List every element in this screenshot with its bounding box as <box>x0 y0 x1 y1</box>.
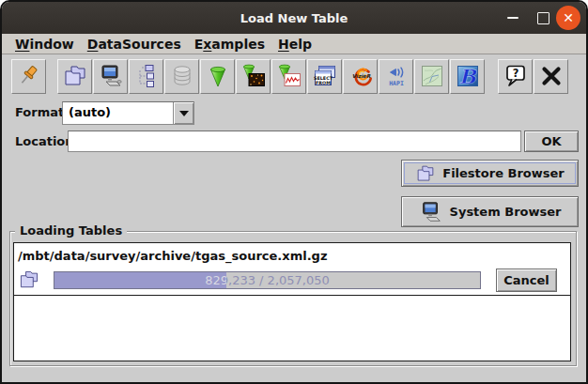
pin-icon <box>16 63 42 89</box>
filestore-browser-toolbar-button[interactable] <box>57 59 92 94</box>
database-toolbar-button[interactable] <box>164 59 199 94</box>
hapi-icon: HAPI <box>383 63 410 89</box>
basti-toolbar-button[interactable]: B <box>450 59 485 94</box>
main-panel: Format: (auto) Location: OK Filestore Br… <box>2 98 586 382</box>
pin-button[interactable] <box>11 59 46 94</box>
svg-text:?: ? <box>512 67 518 80</box>
help-icon: ? <box>503 63 529 89</box>
format-combobox[interactable]: (auto) <box>62 101 194 125</box>
sql-select-from-toolbar-button[interactable]: SELECT FROM <box>307 59 342 94</box>
cone-starfield-toolbar-button[interactable] <box>236 59 271 94</box>
vizier-icon: VizieR <box>348 63 374 89</box>
svg-text:HAPI: HAPI <box>389 80 404 87</box>
sql-select-from-icon: SELECT FROM <box>312 63 338 89</box>
window-title: Load New Table <box>240 11 348 25</box>
toolbar: SELECT FROM VizieR HAPI <box>2 54 586 98</box>
database-icon <box>169 63 195 89</box>
filestore-browser-label: Filestore Browser <box>442 166 564 180</box>
help-toolbar-button[interactable]: ? <box>498 59 533 94</box>
loading-entry: /mbt/data/survey/archive/tgas_source.xml… <box>14 243 570 296</box>
close-icon <box>538 63 565 89</box>
svg-text:B: B <box>458 65 477 88</box>
close-button[interactable]: ✕ <box>556 6 580 30</box>
load-new-table-window: Load New Table ✕ Window DataSources Exam… <box>0 0 588 384</box>
cancel-button[interactable]: Cancel <box>496 269 557 292</box>
cone-search-icon <box>205 63 231 89</box>
system-browser-icon <box>98 63 124 89</box>
menu-examples[interactable]: Examples <box>188 37 271 52</box>
ok-button[interactable]: OK <box>524 131 579 152</box>
progress-bar: 829,233 / 2,057,050 829,233 / 2,057,050 <box>54 271 481 289</box>
minimize-button[interactable] <box>507 2 520 34</box>
system-browser-button[interactable]: System Browser <box>401 196 579 227</box>
loading-tables-group: Loading Tables /mbt/data/survey/archive/… <box>9 231 577 366</box>
filestore-browser-icon <box>62 63 88 89</box>
menubar: Window DataSources Examples Help <box>2 34 586 54</box>
cone-starfield-icon <box>240 63 267 89</box>
maximize-icon <box>537 12 549 24</box>
cone-chart-icon <box>276 63 302 89</box>
format-dropdown-button[interactable] <box>173 102 193 124</box>
vizier-toolbar-button[interactable]: VizieR <box>343 59 378 94</box>
svg-text:VizieR: VizieR <box>351 73 370 79</box>
format-label: Format: <box>15 105 69 119</box>
hapi-toolbar-button[interactable]: HAPI <box>379 59 413 94</box>
loading-tables-title: Loading Tables <box>15 223 127 238</box>
loading-path: /mbt/data/survey/archive/tgas_source.xml… <box>14 243 570 263</box>
svg-text:FROM: FROM <box>316 81 331 85</box>
filestore-browser-button[interactable]: Filestore Browser <box>401 160 579 187</box>
maximize-button[interactable] <box>537 2 550 34</box>
cone-search-toolbar-button[interactable] <box>200 59 235 94</box>
minimize-icon <box>507 17 518 19</box>
cone-chart-toolbar-button[interactable] <box>271 59 306 94</box>
chevron-down-icon <box>179 111 189 116</box>
titlebar: Load New Table ✕ <box>2 2 586 34</box>
close-window-toolbar-button[interactable] <box>534 59 568 94</box>
sky-map-toolbar-button[interactable] <box>414 59 449 94</box>
format-selected-value: (auto) <box>63 102 173 124</box>
system-browser-toolbar-button[interactable] <box>93 59 128 94</box>
menu-datasources[interactable]: DataSources <box>81 37 188 52</box>
close-icon: ✕ <box>563 11 574 24</box>
system-browser-label: System Browser <box>450 205 562 219</box>
tree-browser-icon <box>133 63 160 89</box>
tree-browser-toolbar-button[interactable] <box>129 59 163 94</box>
location-input[interactable] <box>68 131 521 152</box>
filestore-browser-icon <box>415 163 436 184</box>
progress-text-light-clip: 829,233 / 2,057,050 <box>54 272 226 288</box>
loading-list: /mbt/data/survey/archive/tgas_source.xml… <box>13 242 571 361</box>
folder-icon <box>18 269 40 291</box>
menu-window[interactable]: Window <box>8 37 81 52</box>
sky-map-icon <box>419 63 445 89</box>
menu-help[interactable]: Help <box>271 37 318 52</box>
basti-icon: B <box>455 63 481 89</box>
progress-text-light: 829,233 / 2,057,050 <box>54 272 226 288</box>
system-browser-icon <box>419 200 443 224</box>
